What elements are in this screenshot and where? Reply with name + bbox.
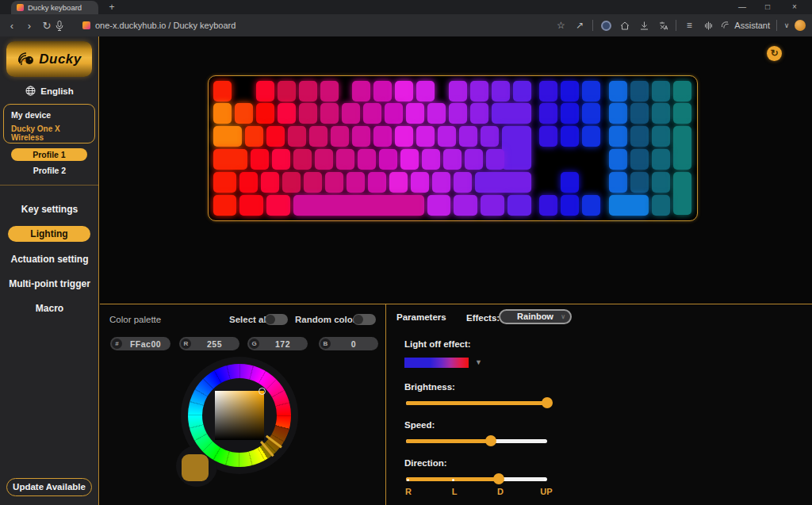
keyboard-key[interactable]	[213, 195, 237, 216]
window-maximize-button[interactable]: □	[756, 0, 779, 14]
keyboard-key[interactable]	[320, 81, 339, 101]
window-minimize-button[interactable]: —	[731, 0, 753, 14]
keyboard-key[interactable]	[481, 195, 504, 216]
sidebar-item-actuation-setting[interactable]: Actuation setting	[0, 254, 99, 265]
keyboard-key[interactable]	[213, 149, 247, 170]
selected-color-swatch[interactable]	[182, 454, 209, 481]
keyboard-key[interactable]	[363, 103, 381, 124]
keyboard-key[interactable]	[470, 81, 488, 101]
keyboard-key[interactable]	[299, 103, 317, 124]
microphone-icon[interactable]	[56, 21, 73, 31]
profile-1-button[interactable]: Profile 1	[11, 148, 87, 161]
keyboard-key[interactable]	[416, 81, 435, 101]
toolbar-chevron-icon[interactable]: ∨	[782, 17, 791, 33]
keyboard-key[interactable]	[609, 81, 627, 101]
saturation-value-picker[interactable]	[215, 391, 264, 440]
keyboard-key[interactable]	[309, 126, 327, 147]
keyboard-key[interactable]	[422, 149, 440, 170]
reader-mode-icon[interactable]: ≡	[681, 17, 697, 33]
window-close-button[interactable]: ×	[783, 0, 806, 14]
keyboard-key[interactable]	[582, 195, 600, 216]
bookmark-star-icon[interactable]: ☆	[553, 17, 569, 33]
keyboard-key[interactable]	[411, 172, 429, 193]
keyboard-key[interactable]	[389, 172, 408, 193]
keyboard-key[interactable]	[213, 81, 232, 101]
keyboard-key[interactable]	[561, 103, 579, 124]
share-icon[interactable]: ↗	[572, 17, 588, 33]
keyboard-key[interactable]	[561, 195, 579, 216]
random-color-toggle[interactable]	[353, 314, 376, 325]
keyboard-key[interactable]	[427, 103, 446, 124]
keyboard-key[interactable]	[561, 81, 579, 101]
keyboard-key[interactable]	[582, 81, 600, 101]
keyboard-key[interactable]	[416, 126, 435, 147]
keyboard-key[interactable]	[582, 103, 600, 124]
keyboard-key[interactable]	[239, 172, 258, 193]
keyboard-key[interactable]	[673, 172, 691, 216]
keyboard-key[interactable]	[582, 126, 600, 147]
direction-stop-up[interactable]: UP	[540, 487, 552, 496]
keyboard-key[interactable]	[449, 81, 467, 101]
sync-icon[interactable]: ↻	[767, 46, 782, 61]
keyboard-key[interactable]	[278, 103, 296, 124]
keyboard-key[interactable]	[368, 172, 386, 193]
keyboard-key[interactable]	[508, 195, 531, 216]
keyboard-key[interactable]	[609, 126, 627, 147]
keyboard-key[interactable]	[352, 81, 370, 101]
red-input[interactable]: R 255	[179, 337, 239, 350]
assistant-label[interactable]: Assistant	[734, 21, 770, 30]
keyboard-key[interactable]	[475, 172, 530, 193]
keyboard-key[interactable]	[282, 172, 301, 193]
keyboard-key[interactable]	[395, 81, 413, 101]
url-text[interactable]: one-x.duckyhub.io / Ducky keyboard	[95, 21, 553, 30]
keyboard-key[interactable]	[539, 195, 557, 216]
keyboard-key[interactable]	[336, 149, 354, 170]
hex-input[interactable]: # FFac00	[110, 337, 170, 350]
gradient-dropdown-icon[interactable]: ▼	[475, 358, 482, 366]
direction-stop-r[interactable]: R	[405, 487, 412, 496]
keyboard-key[interactable]	[443, 149, 462, 170]
direction-stop-d[interactable]: D	[497, 487, 504, 496]
keyboard-key[interactable]	[352, 126, 370, 147]
reload-button[interactable]: ↻	[38, 20, 56, 32]
keyboard-key[interactable]	[609, 149, 627, 170]
equalizer-icon[interactable]	[700, 17, 716, 33]
keyboard-key[interactable]	[347, 172, 365, 193]
effects-dropdown[interactable]: Rainbow ∨	[499, 309, 572, 324]
keyboard-key[interactable]	[630, 172, 649, 193]
keyboard-key[interactable]	[304, 172, 322, 193]
keyboard-key[interactable]	[358, 149, 376, 170]
keyboard-key[interactable]	[454, 172, 472, 193]
home-icon[interactable]	[617, 17, 633, 33]
keyboard-key[interactable]	[427, 195, 451, 216]
keyboard-key[interactable]	[630, 126, 649, 147]
update-available-button[interactable]: Update Available	[6, 478, 92, 496]
language-selector[interactable]: English	[0, 86, 99, 96]
translate-icon[interactable]	[655, 17, 671, 33]
direction-thumb[interactable]	[493, 473, 504, 484]
browser-tab[interactable]: Ducky keyboard	[11, 1, 98, 14]
direction-stop-l[interactable]: L	[452, 487, 458, 496]
keyboard-key[interactable]	[406, 103, 424, 124]
keyboard-key[interactable]	[673, 126, 691, 170]
blue-input[interactable]: B 0	[319, 337, 378, 350]
keyboard-key[interactable]	[630, 81, 649, 101]
keyboard-key[interactable]	[513, 81, 531, 101]
keyboard-key[interactable]	[539, 103, 557, 124]
green-input[interactable]: G 172	[247, 337, 308, 350]
keyboard-key[interactable]	[251, 149, 269, 170]
keyboard-key[interactable]	[630, 149, 649, 170]
keyboard-key[interactable]	[470, 103, 488, 124]
keyboard-key[interactable]	[288, 126, 306, 147]
keyboard-key[interactable]	[652, 172, 670, 193]
sidebar-item-lighting[interactable]: Lighting	[8, 226, 90, 242]
keyboard-key[interactable]	[256, 81, 274, 101]
keyboard-key[interactable]	[266, 126, 285, 147]
speed-thumb[interactable]	[485, 435, 496, 446]
keyboard-key[interactable]	[609, 103, 627, 124]
keyboard-key[interactable]	[673, 103, 691, 124]
keyboard-key[interactable]	[293, 195, 424, 216]
sidebar-item-macro[interactable]: Macro	[0, 303, 99, 314]
keyboard-key[interactable]	[465, 149, 483, 170]
keyboard-key[interactable]	[454, 195, 477, 216]
